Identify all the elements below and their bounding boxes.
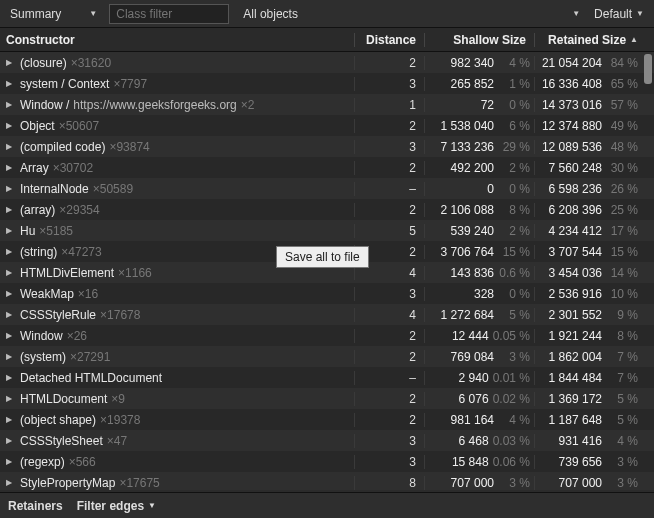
retained-size: 16 336 408 — [542, 77, 602, 91]
filter-edges-dropdown[interactable]: Filter edges ▼ — [77, 499, 156, 513]
shallow-pct: 6 % — [498, 119, 530, 133]
retained-pct: 17 % — [606, 224, 638, 238]
retained-pct: 8 % — [606, 329, 638, 343]
table-row[interactable]: ▶Array ×307022492 2002 %7 560 24830 % — [0, 157, 654, 178]
expand-icon[interactable]: ▶ — [6, 184, 16, 193]
caret-down-icon[interactable]: ▼ — [572, 9, 580, 18]
constructor-cell: ▶StylePropertyMap ×17675 — [0, 476, 354, 490]
shallow-cell: 3280 % — [424, 287, 534, 301]
constructor-name: StylePropertyMap — [20, 476, 115, 490]
table-row[interactable]: ▶HTMLDocument ×926 0760.02 %1 369 1725 % — [0, 388, 654, 409]
expand-icon[interactable]: ▶ — [6, 268, 16, 277]
table-row[interactable]: ▶InternalNode ×50589–00 %6 598 23626 % — [0, 178, 654, 199]
expand-icon[interactable]: ▶ — [6, 415, 16, 424]
shallow-pct: 29 % — [498, 140, 530, 154]
scrollbar-thumb[interactable] — [644, 54, 652, 84]
shallow-size: 6 076 — [459, 392, 489, 406]
expand-icon[interactable]: ▶ — [6, 289, 16, 298]
retained-cell: 12 089 53648 % — [534, 140, 654, 154]
distance-cell: 2 — [354, 413, 424, 427]
expand-icon[interactable]: ▶ — [6, 247, 16, 256]
objects-dropdown[interactable]: All objects — [235, 5, 306, 23]
class-filter-input[interactable] — [109, 4, 229, 24]
expand-icon[interactable]: ▶ — [6, 478, 16, 487]
expand-icon[interactable]: ▶ — [6, 352, 16, 361]
expand-icon[interactable]: ▶ — [6, 457, 16, 466]
table-row[interactable]: ▶Hu ×51855539 2402 %4 234 41217 % — [0, 220, 654, 241]
constructor-name: (object shape) — [20, 413, 96, 427]
expand-icon[interactable]: ▶ — [6, 226, 16, 235]
constructor-cell: ▶HTMLDocument ×9 — [0, 392, 354, 406]
expand-icon[interactable]: ▶ — [6, 79, 16, 88]
shallow-cell: 720 % — [424, 98, 534, 112]
header-shallow[interactable]: Shallow Size — [424, 33, 534, 47]
shallow-cell: 982 3404 % — [424, 56, 534, 70]
expand-icon[interactable]: ▶ — [6, 394, 16, 403]
table-row[interactable]: ▶(compiled code) ×9387437 133 23629 %12 … — [0, 136, 654, 157]
retained-cell: 1 187 6485 % — [534, 413, 654, 427]
constructor-count: ×1166 — [118, 266, 152, 280]
shallow-cell: 981 1644 % — [424, 413, 534, 427]
table-row[interactable]: ▶(system) ×272912769 0843 %1 862 0047 % — [0, 346, 654, 367]
expand-icon[interactable]: ▶ — [6, 100, 16, 109]
retained-size: 7 560 248 — [549, 161, 602, 175]
constructor-count: ×27291 — [70, 350, 110, 364]
retained-pct: 5 % — [606, 413, 638, 427]
table-row[interactable]: ▶(regexp) ×566315 8480.06 %739 6563 % — [0, 451, 654, 472]
shallow-pct: 4 % — [498, 413, 530, 427]
table-row[interactable]: ▶Object ×5060721 538 0406 %12 374 88049 … — [0, 115, 654, 136]
constructor-cell: ▶(array) ×29354 — [0, 203, 354, 217]
expand-icon[interactable]: ▶ — [6, 163, 16, 172]
shallow-pct: 2 % — [498, 224, 530, 238]
table-row[interactable]: ▶StylePropertyMap ×176758707 0003 %707 0… — [0, 472, 654, 490]
distance-cell: – — [354, 371, 424, 385]
table-row[interactable]: ▶CSSStyleRule ×1767841 272 6845 %2 301 5… — [0, 304, 654, 325]
shallow-size: 328 — [474, 287, 494, 301]
view-dropdown[interactable]: Summary ▼ — [4, 5, 103, 23]
expand-icon[interactable]: ▶ — [6, 142, 16, 151]
caret-down-icon: ▼ — [636, 9, 644, 18]
table-row[interactable]: ▶(array) ×2935422 106 0888 %6 208 39625 … — [0, 199, 654, 220]
distance-cell: 1 — [354, 98, 424, 112]
header-constructor[interactable]: Constructor — [0, 33, 354, 47]
retained-size: 1 844 484 — [549, 371, 602, 385]
retained-pct: 14 % — [606, 266, 638, 280]
table-row[interactable]: ▶(object shape) ×193782981 1644 %1 187 6… — [0, 409, 654, 430]
default-dropdown[interactable]: Default ▼ — [588, 5, 650, 23]
expand-icon[interactable]: ▶ — [6, 205, 16, 214]
shallow-cell: 539 2402 % — [424, 224, 534, 238]
distance-cell: 2 — [354, 119, 424, 133]
expand-icon[interactable]: ▶ — [6, 373, 16, 382]
retained-size: 12 089 536 — [542, 140, 602, 154]
shallow-pct: 0.02 % — [493, 392, 530, 406]
table-row[interactable]: ▶(closure) ×316202982 3404 %21 054 20484… — [0, 52, 654, 73]
shallow-cell: 265 8521 % — [424, 77, 534, 91]
constructor-name: Object — [20, 119, 55, 133]
expand-icon[interactable]: ▶ — [6, 58, 16, 67]
table-row[interactable]: ▶CSSStyleSheet ×4736 4680.03 %931 4164 % — [0, 430, 654, 451]
retained-pct: 26 % — [606, 182, 638, 196]
shallow-cell: 2 9400.01 % — [424, 371, 534, 385]
constructor-count: ×50607 — [59, 119, 99, 133]
table-row[interactable]: ▶system / Context ×77973265 8521 %16 336… — [0, 73, 654, 94]
header-retained[interactable]: Retained Size ▲ — [534, 33, 654, 47]
expand-icon[interactable]: ▶ — [6, 310, 16, 319]
retained-cell: 931 4164 % — [534, 434, 654, 448]
view-dropdown-label: Summary — [10, 7, 61, 21]
expand-icon[interactable]: ▶ — [6, 121, 16, 130]
retained-pct: 4 % — [606, 434, 638, 448]
retainers-tab[interactable]: Retainers — [8, 499, 63, 513]
shallow-size: 981 164 — [451, 413, 494, 427]
expand-icon[interactable]: ▶ — [6, 331, 16, 340]
constructor-count: ×17675 — [119, 476, 159, 490]
constructor-name: (system) — [20, 350, 66, 364]
table-row[interactable]: ▶WeakMap ×1633280 %2 536 91610 % — [0, 283, 654, 304]
constructor-count: ×17678 — [100, 308, 140, 322]
table-row[interactable]: ▶Detached HTMLDocument–2 9400.01 %1 844 … — [0, 367, 654, 388]
table-row[interactable]: ▶Window / https://www.geeksforgeeks.org … — [0, 94, 654, 115]
shallow-size: 2 940 — [459, 371, 489, 385]
expand-icon[interactable]: ▶ — [6, 436, 16, 445]
header-distance[interactable]: Distance — [354, 33, 424, 47]
retained-cell: 12 374 88049 % — [534, 119, 654, 133]
table-row[interactable]: ▶Window ×26212 4440.05 %1 921 2448 % — [0, 325, 654, 346]
